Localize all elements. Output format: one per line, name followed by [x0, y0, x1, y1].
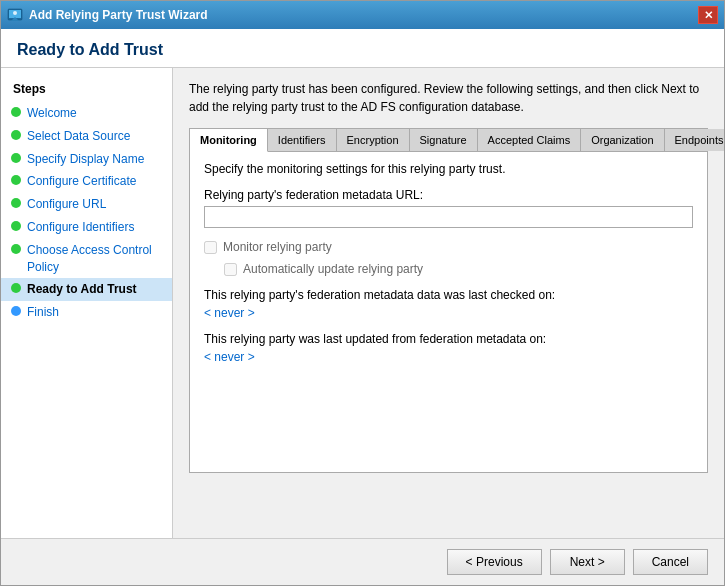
tab-signature[interactable]: Signature	[410, 129, 478, 151]
dot-configure-certificate	[11, 175, 21, 185]
title-bar-text: Add Relying Party Trust Wizard	[29, 8, 698, 22]
sidebar-label-welcome: Welcome	[27, 105, 77, 122]
tab-organization[interactable]: Organization	[581, 129, 664, 151]
last-checked-text: This relying party's federation metadata…	[204, 288, 693, 302]
sidebar-label-finish: Finish	[27, 304, 59, 321]
previous-button[interactable]: < Previous	[447, 549, 542, 575]
last-updated-text: This relying party was last updated from…	[204, 332, 693, 346]
sidebar-label-ready-to-add-trust: Ready to Add Trust	[27, 281, 137, 298]
sidebar-item-configure-url[interactable]: Configure URL	[1, 193, 172, 216]
last-checked-block: This relying party's federation metadata…	[204, 288, 693, 320]
monitoring-description: Specify the monitoring settings for this…	[204, 162, 693, 176]
sidebar-item-configure-certificate[interactable]: Configure Certificate	[1, 170, 172, 193]
title-bar: Add Relying Party Trust Wizard ✕	[1, 1, 724, 29]
sidebar-item-configure-identifiers[interactable]: Configure Identifiers	[1, 216, 172, 239]
dot-finish	[11, 306, 21, 316]
dot-configure-url	[11, 198, 21, 208]
last-checked-value[interactable]: < never >	[204, 306, 693, 320]
sidebar-label-select-data-source: Select Data Source	[27, 128, 130, 145]
footer: < Previous Next > Cancel	[1, 538, 724, 585]
svg-point-3	[13, 11, 17, 15]
monitor-checkbox-row: Monitor relying party	[204, 240, 693, 254]
sidebar-item-specify-display-name[interactable]: Specify Display Name	[1, 148, 172, 171]
sidebar-item-select-data-source[interactable]: Select Data Source	[1, 125, 172, 148]
sidebar-label-configure-url: Configure URL	[27, 196, 106, 213]
window-body: Ready to Add Trust Steps Welcome Select …	[1, 29, 724, 585]
monitor-checkbox[interactable]	[204, 241, 217, 254]
dot-welcome	[11, 107, 21, 117]
sidebar-item-finish[interactable]: Finish	[1, 301, 172, 324]
wizard-icon	[7, 7, 23, 23]
sidebar-label-configure-identifiers: Configure Identifiers	[27, 219, 134, 236]
cancel-button[interactable]: Cancel	[633, 549, 708, 575]
auto-update-label: Automatically update relying party	[243, 262, 423, 276]
federation-url-label: Relying party's federation metadata URL:	[204, 188, 693, 202]
tab-endpoints[interactable]: Endpoints	[665, 129, 724, 151]
dot-specify-display-name	[11, 153, 21, 163]
tab-content-monitoring: Specify the monitoring settings for this…	[190, 152, 707, 472]
last-updated-block: This relying party was last updated from…	[204, 332, 693, 364]
close-button[interactable]: ✕	[698, 6, 718, 24]
sidebar-item-welcome[interactable]: Welcome	[1, 102, 172, 125]
sidebar-label-specify-display-name: Specify Display Name	[27, 151, 144, 168]
tabs-container: Monitoring Identifiers Encryption Signat…	[189, 128, 708, 473]
sidebar-section-title: Steps	[1, 78, 172, 102]
last-updated-value[interactable]: < never >	[204, 350, 693, 364]
sidebar-label-configure-certificate: Configure Certificate	[27, 173, 136, 190]
sidebar-item-ready-to-add-trust[interactable]: Ready to Add Trust	[1, 278, 172, 301]
federation-url-input[interactable]	[204, 206, 693, 228]
tabs-header: Monitoring Identifiers Encryption Signat…	[190, 129, 707, 152]
tab-identifiers[interactable]: Identifiers	[268, 129, 337, 151]
intro-text: The relying party trust has been configu…	[189, 80, 708, 116]
dot-configure-identifiers	[11, 221, 21, 231]
sidebar-label-choose-access-control: Choose Access Control Policy	[27, 242, 160, 276]
sidebar: Steps Welcome Select Data Source Specify…	[1, 68, 173, 538]
wizard-window: Add Relying Party Trust Wizard ✕ Ready t…	[0, 0, 725, 586]
tab-monitoring[interactable]: Monitoring	[190, 129, 268, 152]
dot-ready-to-add-trust	[11, 283, 21, 293]
tab-encryption[interactable]: Encryption	[337, 129, 410, 151]
main-panel: The relying party trust has been configu…	[173, 68, 724, 538]
next-button[interactable]: Next >	[550, 549, 625, 575]
tab-accepted-claims[interactable]: Accepted Claims	[478, 129, 582, 151]
content-area: Steps Welcome Select Data Source Specify…	[1, 68, 724, 538]
monitor-label: Monitor relying party	[223, 240, 332, 254]
page-title: Ready to Add Trust	[1, 29, 724, 68]
auto-update-checkbox[interactable]	[224, 263, 237, 276]
dot-choose-access-control	[11, 244, 21, 254]
sidebar-item-choose-access-control[interactable]: Choose Access Control Policy	[1, 239, 172, 279]
dot-select-data-source	[11, 130, 21, 140]
auto-update-checkbox-row: Automatically update relying party	[224, 262, 693, 276]
